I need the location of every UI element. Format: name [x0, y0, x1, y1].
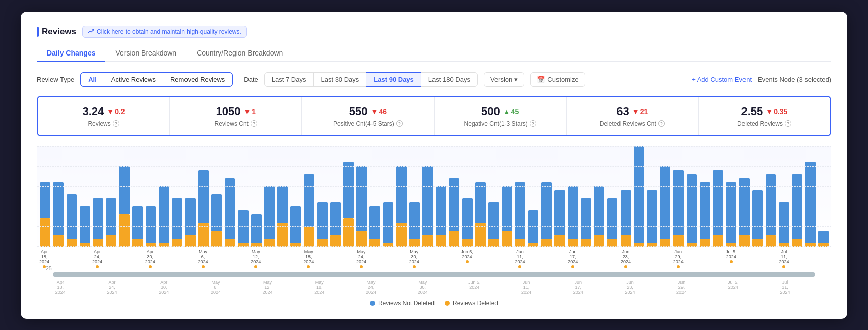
bar-blue-14: [225, 178, 235, 239]
bar-orange-17: [264, 239, 275, 247]
bar-group-21: [317, 146, 328, 247]
bar-blue-44: [621, 190, 631, 235]
info-icon-pos[interactable]: ?: [396, 120, 403, 127]
tab-version-breakdown[interactable]: Version Breakdown: [105, 45, 187, 62]
x-label-8: Apr 30, 2024: [144, 249, 157, 268]
date-7-btn[interactable]: Last 7 Days: [264, 72, 314, 87]
bar-stack-28: [409, 202, 420, 247]
date-30-btn[interactable]: Last 30 Days: [313, 72, 366, 87]
bar-orange-20: [304, 227, 315, 247]
info-icon-reviews[interactable]: ?: [113, 120, 119, 127]
chevron-down-icon: ▾: [514, 76, 518, 83]
x-label-bottom-38: [546, 280, 559, 295]
bar-group-24: [356, 146, 367, 247]
stat-deleted-cnt: 63 ▼ 21 Deleted Reviews Cnt ?: [567, 97, 699, 135]
bar-blue-58: [805, 162, 816, 243]
bar-group-8: [145, 146, 156, 247]
bar-blue-54: [752, 190, 763, 239]
stat-negative-label: Negative Cnt(1-3 Stars) ?: [445, 120, 556, 127]
bar-group-2: [66, 146, 77, 247]
bar-group-45: [633, 146, 645, 247]
bar-blue-23: [343, 162, 354, 218]
bar-stack-43: [607, 198, 618, 247]
info-icon-cnt[interactable]: ?: [251, 120, 257, 127]
scroll-thumb: [53, 272, 815, 277]
stat-deleted-cnt-delta: ▼ 21: [632, 107, 648, 116]
bar-blue-8: [146, 206, 156, 243]
chart-area: 25 20 15 10 5 0: [37, 146, 831, 307]
bar-stack-36: [515, 182, 525, 247]
events-node-btn[interactable]: Events Node (3 selected): [758, 76, 831, 83]
date-90-btn[interactable]: Last 90 Days: [366, 72, 421, 87]
info-icon-del[interactable]: ?: [785, 120, 791, 127]
x-label-bottom-22: [339, 280, 352, 295]
bar-orange-54: [752, 239, 763, 247]
x-label-bottom-12: May 6, 2024: [209, 280, 222, 295]
bar-orange-40: [568, 239, 578, 247]
x-label-25: [368, 249, 381, 268]
x-label-bottom-39: [559, 280, 572, 295]
bar-group-52: [725, 146, 737, 247]
x-label-7: [130, 249, 143, 268]
x-label-bottom-1: [67, 280, 80, 295]
bar-stack-13: [211, 194, 222, 247]
bar-group-14: [224, 146, 235, 247]
x-label-bottom-51: [714, 280, 727, 295]
bar-group-10: [171, 146, 183, 247]
rt-active-btn[interactable]: Active Reviews: [104, 73, 163, 86]
bar-orange-58: [805, 243, 816, 247]
bar-orange-12: [198, 223, 209, 247]
bar-orange-57: [792, 239, 802, 247]
tab-country-breakdown[interactable]: Country/Region Breakdown: [187, 45, 293, 62]
bar-blue-50: [700, 182, 710, 239]
x-label-bottom-49: [688, 280, 701, 295]
x-label-bottom-35: [507, 280, 520, 295]
x-label-bottom-7: [145, 280, 158, 295]
bar-stack-40: [568, 186, 578, 247]
bar-orange-34: [488, 239, 499, 247]
legend: Reviews Not Deleted Reviews Deleted: [37, 300, 831, 307]
x-label-bottom-55: [766, 280, 779, 295]
stat-reviews-delta: ▼ 0.2: [107, 107, 125, 116]
info-icon-neg[interactable]: ?: [530, 120, 536, 127]
x-label-bottom-59: [818, 280, 831, 295]
bar-orange-52: [726, 243, 736, 247]
bar-orange-53: [739, 235, 750, 247]
info-icon-del-cnt[interactable]: ?: [658, 120, 665, 127]
x-label-19: [289, 249, 302, 268]
bar-blue-2: [67, 194, 77, 239]
date-180-btn[interactable]: Last 180 Days: [421, 72, 478, 87]
customize-btn[interactable]: 📅 Customize: [530, 72, 585, 87]
rt-removed-btn[interactable]: Removed Reviews: [163, 73, 232, 86]
bar-orange-48: [673, 235, 684, 247]
bar-blue-21: [317, 202, 328, 239]
x-label-bottom-30: [442, 280, 455, 295]
rt-all-btn[interactable]: All: [81, 73, 104, 86]
version-btn[interactable]: Version ▾: [484, 72, 524, 87]
x-label-bottom-41: [585, 280, 598, 295]
x-label-bottom-28: May 30, 2024: [416, 280, 429, 295]
add-event-btn[interactable]: + Add Custom Event: [692, 76, 752, 83]
x-label-bottom-18: [287, 280, 300, 295]
bar-group-20: [303, 146, 315, 247]
x-label-52: Jul 5, 2024: [725, 249, 738, 268]
x-label-57: [791, 249, 804, 268]
bar-blue-33: [475, 182, 486, 223]
x-label-18: [276, 249, 289, 268]
bar-stack-48: [673, 170, 684, 247]
bar-blue-36: [515, 182, 525, 239]
bar-stack-50: [700, 182, 710, 247]
bar-group-18: [277, 146, 288, 247]
x-label-bottom-40: Jun 17, 2024: [572, 280, 585, 295]
bar-blue-35: [502, 186, 512, 231]
promo-link[interactable]: Click here to obtain and maintain high-q…: [82, 26, 247, 38]
bar-stack-26: [383, 202, 394, 247]
bar-group-30: [435, 146, 447, 247]
x-label-10: [170, 249, 183, 268]
bar-stack-2: [67, 194, 77, 247]
bar-group-1: [52, 146, 64, 247]
bar-group-40: [567, 146, 579, 247]
x-label-bottom-42: [597, 280, 610, 295]
tab-daily-changes[interactable]: Daily Changes: [37, 45, 105, 62]
scroll-bar[interactable]: [53, 272, 815, 277]
